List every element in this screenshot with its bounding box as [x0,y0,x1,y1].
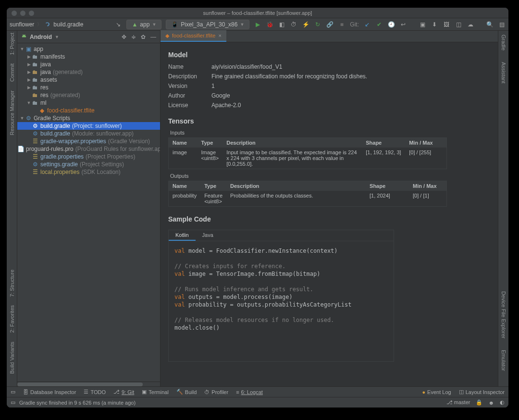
tree-folder-res-gen[interactable]: 🖿res(generated) [17,91,160,99]
app-quality-icon[interactable]: ☁ [467,21,474,28]
sample-code-panel: Kotlin Java val model = FoodClassifier.n… [168,230,394,362]
tree-build-gradle-module[interactable]: ⚙build.gradle(Module: sunflower.app) [17,130,160,137]
git-branch-widget[interactable]: ⎇ master [446,399,470,406]
tab-java[interactable]: Java [196,230,220,241]
hide-icon[interactable]: — [150,34,156,40]
database-inspector-button[interactable]: 🗄 Database Inspector [23,389,76,395]
tree-folder-java-gen[interactable]: ▶🖿java(generated) [17,68,160,76]
close-tab-icon[interactable]: × [218,33,221,38]
chevron-down-icon: ▼ [55,35,59,39]
tab-kotlin[interactable]: Kotlin [169,230,196,241]
run-config-selector[interactable]: ▲ app ▼ [126,20,161,29]
stop-icon[interactable]: ■ [338,21,346,28]
settings-icon[interactable]: ▤ [498,21,506,28]
assistant-tool-button[interactable]: Assistant [501,62,507,84]
status-bar: ▭ Gradle sync finished in 9 s 626 ms (a … [7,397,508,408]
profiler-button[interactable]: ⏱ Profiler [204,389,228,395]
locate-icon[interactable]: ✥ [122,34,126,40]
ide-window: sunflower – food-classifier.tflite [sunf… [7,8,508,408]
logcat-button[interactable]: ≡ 6: Logcat [236,389,263,395]
device-selector[interactable]: 📱 Pixel_3a_API_30_x86 ▼ [166,20,249,29]
build-button[interactable]: 🔨 Build [176,389,197,395]
attach-debugger-icon[interactable]: 🔗 [326,21,334,28]
window-title: sunflower – food-classifier.tflite [sunf… [203,10,312,16]
status-overlay-icon[interactable]: ▭ [11,399,15,406]
project-horizontal-scrollbar[interactable] [17,382,160,386]
apply-changes-icon[interactable]: ⚡ [302,21,309,28]
status-message: Gradle sync finished in 9 s 626 ms (a mi… [19,400,136,406]
resource-manager-tool-button[interactable]: Resource Manager [9,90,15,136]
minimize-dot[interactable] [20,11,25,16]
sample-code-heading: Sample Code [168,215,490,223]
search-everywhere-icon[interactable]: 🔍 [486,21,494,28]
tree-folder-ml[interactable]: ▼🖿ml [17,99,160,107]
tree-folder-res[interactable]: ▶🖿res [17,84,160,91]
editor-area: ◆ food-classifier.tflite × Model Nameaiy… [161,31,498,386]
todo-button[interactable]: ☰ TODO [84,389,106,395]
build-variants-tool-button[interactable]: Build Variants [9,342,15,374]
value-author: Google [211,92,230,99]
project-panel-header: Android ▼ ✥ ≑ ✿ — [17,31,160,43]
project-view-label: Android [30,34,52,40]
device-file-explorer-tool-button[interactable]: Device File Explorer [501,291,507,338]
zoom-dot[interactable] [29,11,34,16]
tree-gradle-wrapper-props[interactable]: ☰gradle-wrapper.properties(Gradle Versio… [17,137,160,145]
tree-proguard-rules[interactable]: 📄proguard-rules.pro(ProGuard Rules for s… [17,145,160,153]
value-desc: Fine grained classification model for re… [211,73,367,80]
layout-inspector-icon[interactable]: ◫ [455,21,462,28]
vcs-commit-icon[interactable]: ✔ [375,21,383,28]
coverage-icon[interactable]: ◧ [278,21,285,28]
git-tool-button[interactable]: ⎇ 9: Git [113,389,134,395]
tree-local-properties[interactable]: ☰local.properties(SDK Location) [17,168,160,176]
vcs-history-icon[interactable]: 🕘 [387,21,395,28]
sdk-manager-icon[interactable]: ⬇ [431,21,438,28]
tree-folder-java[interactable]: ▶🖿java [17,61,160,68]
code-block[interactable]: val model = FoodClassifier.newInstance(c… [169,241,394,361]
add-config-icon[interactable]: ↘︎ [114,21,122,28]
navigation-bar: sunflower 〉 build.gradle ↘︎ ▲ app ▼ 📱 Pi… [7,18,508,31]
tree-folder-manifests[interactable]: ▶🖿manifests [17,53,160,61]
profile-icon[interactable]: ⏱ [290,21,297,28]
event-log-button[interactable]: ● Event Log [422,389,451,395]
layout-inspector-button[interactable]: ◫ Layout Inspector [459,389,505,395]
android-icon: ▲ [132,21,137,28]
table-row: image Image <uint8> Input image to be cl… [169,148,447,169]
tree-module-app[interactable]: ▼▣app [17,45,160,53]
run-icon[interactable]: ▶ [254,21,261,28]
commit-tool-button[interactable]: Commit [9,63,15,82]
tree-folder-assets[interactable]: ▶🖿assets [17,76,160,84]
tree-gradle-properties[interactable]: ☰gradle.properties(Project Properties) [17,153,160,161]
tree-build-gradle-project[interactable]: ⚙build.gradle(Project: sunflower) [17,122,160,130]
gradle-tool-button[interactable]: Gradle [501,35,507,50]
apply-code-icon[interactable]: ↻ [314,21,321,28]
tree-settings-gradle[interactable]: ⚙settings.gradle(Project Settings) [17,161,160,168]
project-tree[interactable]: ▼▣app ▶🖿manifests ▶🖿java ▶🖿java(generate… [17,43,160,382]
avd-manager-icon[interactable]: ▣ [419,21,426,28]
tree-gradle-scripts[interactable]: ▼⚙Gradle Scripts [17,114,160,122]
collapse-icon[interactable]: ≑ [131,34,136,40]
inputs-label: Inputs [170,130,490,136]
left-tool-rail: 1: Project Commit Resource Manager 7: St… [7,31,17,386]
editor-tab-tflite[interactable]: ◆ food-classifier.tflite × [161,30,226,42]
debug-icon[interactable]: 🐞 [266,21,273,28]
terminal-button[interactable]: ▣ Terminal [142,389,169,395]
resource-manager-icon[interactable]: 🖼 [443,21,450,28]
run-config-module: app [140,21,149,28]
project-tool-button[interactable]: 1: Project [9,33,15,55]
memory-icon[interactable]: ◐ [500,399,505,406]
project-view-selector[interactable]: Android ▼ [21,33,59,40]
vcs-rollback-icon[interactable]: ↩ [399,21,407,28]
favorites-tool-button[interactable]: 2: Favorites [9,305,15,333]
breadcrumb-project[interactable]: sunflower [10,21,34,28]
breadcrumb-file[interactable]: build.gradle [53,21,83,28]
settings-icon[interactable]: ✿ [141,34,146,40]
emulator-tool-button[interactable]: Emulator [501,350,507,371]
structure-tool-button[interactable]: 7: Structure [9,270,15,297]
hide-tool-icon[interactable]: ▭ [11,389,15,395]
inspections-icon[interactable]: ☻ [488,400,494,406]
vcs-update-icon[interactable]: ↙ [363,21,371,28]
tree-file-tflite[interactable]: ◆food-classifier.tflite [17,107,160,114]
close-dot[interactable] [12,11,17,16]
model-heading: Model [168,51,490,59]
lock-icon[interactable]: 🔒 [476,399,482,406]
